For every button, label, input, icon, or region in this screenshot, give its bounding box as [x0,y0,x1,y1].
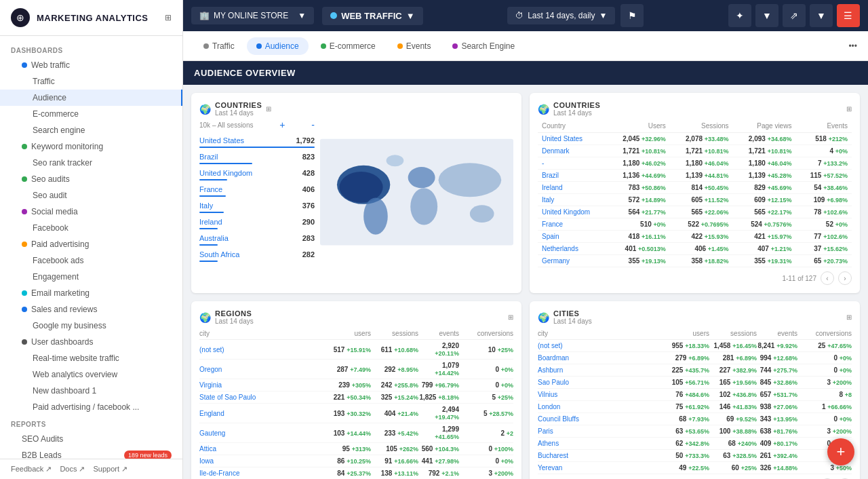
sidebar-item-paid-advertising[interactable]: Paid advertising [0,236,182,252]
sidebar-item-traffic[interactable]: Traffic [0,73,182,90]
countries-pagination-label: 1-11 of 127 [782,275,816,282]
map-container [320,119,513,265]
sessions-cell: 91 +16.66% [371,457,418,465]
col-sessions: sessions [709,330,757,337]
feedback-link[interactable]: Feedback ↗ [11,465,52,474]
sidebar-item-search-engine[interactable]: Search engine [0,122,182,138]
city-cell: (not set) [199,346,323,353]
ecommerce-tab-dot [321,43,326,49]
list-item: Oregon 287 +7.49% 292 +8.95% 1,079 +14.4… [199,360,513,379]
sidebar-item-web-analytics-overview[interactable]: Web analytics overview [0,366,182,383]
sessions-cell: 63 +328.5% [709,452,757,459]
expand4-icon[interactable]: ⊞ [846,313,852,321]
support-link[interactable]: Support ↗ [94,465,128,474]
events-cell: 657 +531.7% [757,391,797,398]
sessions-cell: 2,078 +33.48% [670,133,733,145]
sidebar-item-seo-audit[interactable]: Seo audit [0,187,182,204]
pv-cell: 524 +0.7576% [733,218,796,231]
users-cell: 84 +25.37% [323,470,371,477]
sessions-cell: 69 +9.52% [709,415,757,423]
regions-header: 🌍 REGIONS Last 14 days ⊞ [199,309,513,325]
country-cell: Denmark [538,145,607,157]
tab-events[interactable]: Events [388,37,441,55]
sidebar-item-seo-rank-tracker[interactable]: Seo rank tracker [0,155,182,171]
sidebar-item-email-marketing[interactable]: Email marketing [0,285,182,301]
share-arrow-button[interactable]: ▼ [810,4,833,27]
theme-button[interactable]: ✦ [728,4,751,27]
city-cell: Sao Paulo [538,379,662,386]
col-users: Users [607,119,670,133]
country-cell: France [538,218,607,231]
expand3-icon[interactable]: ⊞ [508,313,513,321]
expand2-icon[interactable]: ⊞ [846,105,852,113]
cities-table: city users sessions events conversions (… [538,328,852,479]
sidebar-item-user-dashboards[interactable]: User dashboards [0,334,182,350]
users-cell: 1,180 +46.02% [607,157,670,170]
pv-cell: 1,180 +46.04% [733,157,796,170]
sessions-cell: 422 +15.93% [670,231,733,243]
users-cell: 510 +0% [607,218,670,231]
cities-subtitle: Last 14 days [553,318,592,325]
tab-more-button[interactable]: ••• [848,41,857,51]
sidebar-item-audience[interactable]: Audience [0,90,182,106]
time-selector[interactable]: ⏱ Last 14 days, daily ▼ [507,7,615,24]
sidebar-item-ecommerce[interactable]: E-commerce [0,106,182,122]
svg-point-6 [439,163,502,197]
sidebar-nav: Dashboards Web traffic Traffic Audience … [0,36,182,459]
sidebar-item-facebook[interactable]: Facebook [0,220,182,236]
col-events: events [757,330,797,337]
store-selector[interactable]: 🏢 MY ONLINE STORE ▼ [191,7,314,24]
sidebar-item-paid-advertising-facebook[interactable]: Paid advertising / facebook ... [0,399,182,415]
theme-arrow-button[interactable]: ▼ [755,4,778,27]
sidebar-item-seo-audits-report[interactable]: SEO Audits [0,431,182,447]
list-item: Gauteng 103 +14.44% 233 +5.42% 1,299 +41… [199,423,513,443]
flag-button[interactable]: ⚑ [620,4,644,27]
sidebar-item-seo-audits[interactable]: Seo audits [0,171,182,187]
users-cell: 75 +61.92% [662,403,709,410]
sidebar-item-new-dashboard[interactable]: New dashboard 1 [0,383,182,399]
users-cell: 401 +0.5013% [607,243,670,255]
sidebar-item-facebook-ads[interactable]: Facebook ads [0,252,182,269]
sidebar-item-label: Seo rank tracker [33,158,92,168]
countries-left-body: 10k – All sessions + - United States 1,7… [199,119,513,265]
next-arrow[interactable]: › [838,271,852,285]
pv-cell: 1,721 +10.81% [733,145,796,157]
pv-cell: 407 +1.21% [733,243,796,255]
events-cell: 115 +57.52% [795,170,852,182]
sidebar-item-social-media[interactable]: Social media [0,204,182,220]
users-cell: 239 +305% [323,381,371,389]
sidebar-item-keyword-monitoring[interactable]: Keyword monitoring [0,138,182,155]
sessions-cell: 146 +41.83% [709,403,757,410]
add-icon[interactable]: + [279,119,285,130]
sidebar-item-sales-reviews[interactable]: Sales and reviews [0,301,182,318]
tab-traffic[interactable]: Traffic [194,37,244,55]
sidebar-item-real-time[interactable]: Real-time website traffic [0,350,182,366]
users-cell: 49 +22.5% [662,464,709,472]
prev-arrow[interactable]: ‹ [821,271,834,285]
fab-button[interactable]: + [827,438,854,465]
sidebar-item-web-traffic[interactable]: Web traffic [0,57,182,73]
dashboard-selector[interactable]: WEB TRAFFIC ▼ [322,7,422,25]
sessions-cell: 404 +21.4% [371,410,418,417]
sessions-cell: 102 +436.8% [709,391,757,398]
list-item: Iowa 86 +10.25% 91 +16.66% 441 +27.98% 0… [199,455,513,467]
country-row-br: Brazil 823 [199,151,315,163]
grid-icon[interactable]: ⊞ [165,13,172,22]
tab-search-engine[interactable]: Search Engine [443,37,524,55]
sessions-cell: 138 +13.11% [371,470,418,477]
sidebar-item-b2b-leads[interactable]: B2B Leads 189 new leads [0,447,182,459]
minus-icon[interactable]: - [311,119,315,130]
menu-button[interactable]: ☰ [837,4,860,27]
tab-ecommerce[interactable]: E-commerce [311,37,385,55]
sidebar-item-engagement[interactable]: Engagement [0,269,182,285]
sidebar-item-label: SEO Audits [22,434,63,444]
sessions-cell: 565 +22.06% [670,206,733,218]
tab-audience[interactable]: Audience [247,37,309,55]
sidebar-item-google-my-business[interactable]: Google my business [0,318,182,334]
country-value: 282 [302,250,315,258]
country-name: Ireland [199,218,222,226]
events-cell: 560 +104.3% [418,445,459,453]
expand-icon[interactable]: ⊞ [266,105,271,113]
share-button[interactable]: ⇗ [783,4,806,27]
docs-link[interactable]: Docs ↗ [60,465,85,474]
